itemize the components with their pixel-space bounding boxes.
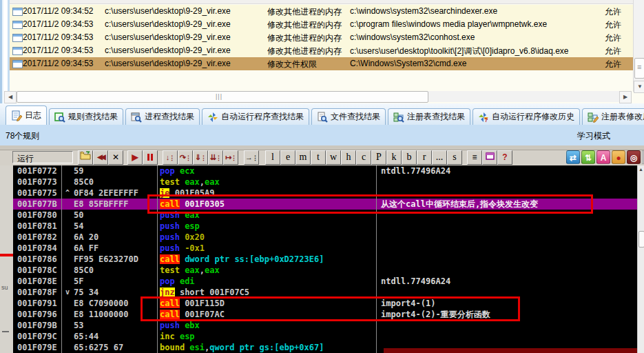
assemble-button[interactable]: A (596, 150, 610, 164)
log-row[interactable]: 2017/11/2 09:34:53c:\users\user\desktop\… (10, 44, 633, 57)
autorun-history-icon: ? (478, 112, 489, 123)
disasm-row[interactable]: 001F078154push esp (13, 221, 637, 232)
appearance-button[interactable] (482, 150, 497, 165)
disasm-row[interactable]: 001F07846A FFpush -0x1 (13, 243, 637, 254)
scroll-down-button[interactable]: ▼ (634, 81, 644, 93)
instruction-token: eax (185, 265, 200, 275)
opcode-bytes-cell: 50 (74, 210, 157, 221)
instruction-token: eax (205, 265, 220, 275)
instruction-token: 0x20 (185, 232, 205, 242)
jump-direction-marker (61, 320, 74, 331)
instruction-token: pop (160, 166, 180, 176)
pause-button[interactable] (143, 150, 158, 165)
executable-modules-button[interactable]: e (280, 150, 295, 165)
scrollbar-thumb[interactable] (17, 91, 428, 103)
log-entry-icon (12, 21, 23, 29)
source-button[interactable]: s (447, 150, 462, 165)
column-divider (376, 165, 377, 353)
tab-rule-search[interactable]: 规则查找结果 (49, 108, 123, 125)
column-divider (61, 165, 62, 353)
log-time: 2017/11/2 09:34:53 (23, 19, 103, 29)
jump-direction-marker (61, 342, 74, 353)
log-row[interactable]: 2017/11/2 09:34:52c:\users\user\desktop\… (10, 5, 633, 18)
animate-into-button[interactable]: ⇓⋮ (193, 150, 208, 165)
log-table: 2017/11/2 09:34:52c:\users\user\desktop\… (0, 0, 644, 103)
log-panel-button[interactable]: l (265, 150, 280, 165)
rewind-button[interactable]: ◀◀ (93, 150, 108, 165)
scroll-left-button[interactable]: ◀ (4, 91, 17, 103)
run-button[interactable]: ▶ (127, 150, 143, 165)
disasm-row[interactable]: 001F079C65:44inc esp (13, 331, 637, 342)
scroll-up-button[interactable]: ▲ (638, 167, 643, 172)
log-row[interactable]: 2017/11/2 09:34:53c:\users\user\desktop\… (10, 18, 633, 31)
disasm-row[interactable]: 001F078E5Fpop edintdll.77496A24 (13, 276, 637, 287)
disasm-vertical-scrollbar[interactable]: ▲ (637, 165, 644, 353)
instruction-cell: bound esi,qword ptr gs:[ebp+0x67] (157, 342, 377, 353)
opcode-bytes-cell: 85C0 (74, 176, 157, 188)
opcode-bytes-cell: 65:6275 67 (74, 342, 157, 353)
log-row[interactable]: 2017/11/2 09:34:53c:\users\user\desktop\… (10, 31, 633, 44)
tab-log[interactable]: 日志 (6, 105, 47, 125)
disasm-row[interactable]: 001F077259pop ecxntdll.77496A24 (13, 165, 637, 176)
memory-map-button[interactable]: m (295, 150, 311, 165)
disasm-row[interactable]: 001F077385C0test eax,eax (13, 176, 637, 188)
windows-button[interactable]: w (326, 150, 341, 165)
breakpoints-button[interactable]: b (402, 150, 417, 165)
rule-count-label: 78个规则 (6, 130, 39, 142)
opcode-bytes-cell: FF95 E623270D (74, 254, 157, 265)
log-process-path: c:\users\user\desktop\9-29_vir.exe (105, 46, 264, 55)
scrollbar-thumb[interactable] (638, 231, 644, 248)
help-button[interactable]: ? (497, 150, 512, 165)
jump-direction-marker (61, 176, 74, 188)
instruction-token: pop (160, 276, 180, 286)
handles-button[interactable]: h (341, 150, 356, 165)
column-divider (157, 165, 158, 353)
jump-direction-marker (61, 265, 74, 276)
instruction-cell: push esp (157, 221, 377, 232)
scroll-right-button[interactable]: ▶ (619, 91, 632, 103)
step-over-button[interactable]: ↷⋮ (178, 150, 193, 165)
tab-registry-history[interactable]: 注册表修改历史 (582, 108, 644, 125)
log-horizontal-scrollbar[interactable]: ◀ ▶ (4, 91, 631, 102)
scrollbar-thumb[interactable] (634, 58, 644, 79)
cpu-button[interactable]: c (356, 150, 371, 165)
windows-list-button[interactable]: ≡ (467, 150, 482, 165)
jump-direction-marker (61, 199, 74, 210)
log-action: 修改其他进程的内存 (267, 19, 355, 31)
run-trace-button[interactable]: ... (432, 150, 447, 165)
instruction-token: push (160, 321, 185, 330)
step-into-button[interactable]: ↓⋮ (163, 150, 178, 165)
tab-process-search[interactable]: 进程查找结果 (125, 108, 200, 125)
disasm-row[interactable]: 001F07826A 20push 0x20 (13, 232, 637, 243)
threads-button[interactable]: t (311, 150, 326, 165)
open-file-button[interactable] (78, 150, 93, 165)
log-row[interactable]: 2017/11/2 09:34:53c:\users\user\desktop\… (10, 57, 633, 70)
patches-button[interactable]: P (371, 150, 386, 165)
execute-till-return-button[interactable]: ↦⋮ (223, 150, 238, 165)
opcode-bytes-cell: 5F (74, 276, 157, 287)
instruction-token: -0x1 (185, 243, 205, 253)
execute-till-user-button[interactable]: →⋮ (244, 150, 259, 165)
call-stack-button[interactable]: k (386, 150, 402, 165)
tab-autorun-search[interactable]: 自动运行程序查找结果 (202, 108, 309, 125)
annotation-box-call-loop (147, 194, 593, 214)
instruction-token: inc (160, 332, 180, 341)
references-button[interactable]: r (417, 150, 432, 165)
disasm-row[interactable]: 001F078C85C0test eax,eax (13, 265, 637, 276)
tab-registry-search[interactable]: 注册表查找结果 (388, 108, 470, 125)
log-target-path: c:\users\user\desktop\toolkit\[2]调试\[0]i… (350, 46, 603, 57)
comment-cell (377, 265, 637, 276)
log-vertical-scrollbar[interactable]: ▼ (633, 0, 644, 92)
animate-over-button[interactable]: ⇊⋮ (208, 150, 223, 165)
record-button[interactable]: ● (612, 150, 625, 164)
tab-file-search[interactable]: 文件查找结果 (311, 108, 386, 125)
sort-button[interactable]: ⇅ (581, 150, 595, 164)
jump-direction-marker: v (61, 287, 74, 298)
target-button[interactable]: ◎ (627, 150, 641, 164)
address-cell: 001F077B (13, 199, 61, 210)
tab-autorun-history[interactable]: ?自动运行程序修改历史 (472, 108, 580, 125)
swap-panels-button[interactable]: ⇄ (566, 150, 580, 164)
close-debuggee-button[interactable]: ✕ (108, 150, 123, 165)
disasm-row[interactable]: 001F079B53push ebx (13, 320, 637, 331)
disasm-row[interactable]: 001F0786FF95 E623270Dcall dword ptr ss:[… (13, 254, 637, 265)
